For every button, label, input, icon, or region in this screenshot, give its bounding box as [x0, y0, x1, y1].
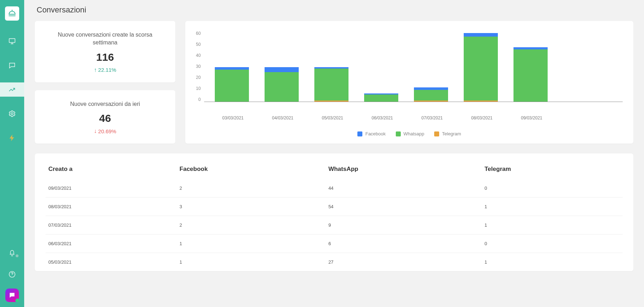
table-header: WhatsApp [325, 161, 481, 179]
legend-label: Whatsapp [404, 131, 425, 136]
table-row: 05/03/20211271 [46, 253, 623, 271]
sidebar-item-conversations[interactable] [0, 58, 24, 72]
metric-title: Nuove conversazioni da ieri [52, 100, 159, 108]
page-title: Conversazioni [37, 5, 633, 15]
table-cell: 08/03/2021 [46, 198, 177, 216]
bar-segment [464, 37, 498, 101]
x-tick: 04/03/2021 [266, 115, 300, 120]
bar-segment [513, 49, 548, 102]
y-tick: 0 [198, 97, 201, 102]
bar-segment [414, 87, 448, 90]
table-cell: 1 [482, 253, 623, 271]
x-tick: 03/03/2021 [216, 115, 250, 120]
x-tick: 09/03/2021 [515, 115, 549, 120]
gear-icon [8, 110, 16, 118]
app-logo [5, 6, 19, 21]
chart-plot [204, 31, 623, 102]
bar-segment [314, 101, 348, 102]
bell-service-icon [7, 9, 17, 18]
chat-icon [8, 61, 16, 69]
bar-segment [414, 101, 448, 102]
bar-group [265, 67, 299, 102]
table-cell: 1 [177, 253, 326, 271]
monitor-icon [8, 37, 16, 45]
bar-segment [215, 70, 249, 102]
bar-segment [215, 67, 249, 70]
table-cell: 0 [482, 235, 623, 253]
metric-title: Nuove conversazioni create la scorsa set… [52, 31, 159, 47]
table-cell: 1 [482, 216, 623, 235]
bar-group [314, 67, 348, 102]
table-cell: 2 [177, 179, 326, 198]
x-tick: 08/03/2021 [465, 115, 499, 120]
metric-delta: ↓ 20.69% [94, 128, 116, 134]
table-cell: 3 [177, 198, 326, 216]
legend-item: Facebook [357, 131, 385, 136]
bolt-icon [8, 134, 16, 142]
data-table-card: Creato aFacebookWhatsAppTelegram 09/03/2… [35, 154, 633, 271]
legend-swatch [357, 131, 362, 136]
table-row: 07/03/2021291 [46, 216, 623, 235]
y-tick: 10 [196, 86, 201, 91]
y-tick: 50 [196, 42, 201, 47]
sidebar-item-notifications[interactable] [0, 246, 24, 260]
y-tick: 60 [196, 31, 201, 36]
y-tick: 40 [196, 53, 201, 58]
trend-up-icon [8, 86, 16, 93]
table-header: Facebook [177, 161, 326, 179]
arrow-up-icon: ↑ [94, 67, 97, 73]
sidebar-item-help[interactable] [0, 267, 24, 281]
bar-group [215, 67, 249, 102]
sidebar-item-dashboard[interactable] [0, 34, 24, 48]
table-row: 08/03/20213541 [46, 198, 623, 216]
table-cell: 07/03/2021 [46, 216, 177, 235]
bar-group [513, 47, 548, 102]
table-cell: 1 [177, 235, 326, 253]
legend-swatch [434, 131, 439, 136]
user-avatar[interactable] [5, 289, 19, 302]
sidebar-item-analytics[interactable] [0, 82, 24, 97]
table-cell: 6 [325, 235, 481, 253]
table-row: 09/03/20212440 [46, 179, 623, 198]
table-header: Telegram [482, 161, 623, 179]
x-tick: 07/03/2021 [415, 115, 449, 120]
bar-segment [464, 101, 498, 102]
bar-group [364, 93, 398, 102]
presence-indicator [15, 298, 20, 303]
sidebar-item-automations[interactable] [0, 131, 24, 145]
bar-segment [464, 33, 498, 37]
table-cell: 54 [325, 198, 481, 216]
bar-group [464, 33, 498, 102]
table-cell: 27 [325, 253, 481, 271]
table-header: Creato a [46, 161, 177, 179]
bar-segment [265, 67, 299, 72]
chart-legend: FacebookWhatsappTelegram [196, 131, 623, 136]
bar-segment [513, 47, 548, 50]
svg-rect-0 [9, 39, 15, 43]
table-cell: 09/03/2021 [46, 179, 177, 198]
chat-bubble-icon [9, 292, 16, 299]
bar-segment [265, 72, 299, 102]
table-cell: 2 [177, 216, 326, 235]
chart-card: 6050403020100 03/03/202104/03/202105/03/… [185, 21, 633, 144]
table-cell: 0 [482, 179, 623, 198]
legend-label: Facebook [365, 131, 385, 136]
bar-segment [414, 90, 448, 101]
metric-card-yesterday: Nuove conversazioni da ieri 46 ↓ 20.69% [35, 90, 175, 144]
table-cell: 05/03/2021 [46, 253, 177, 271]
metric-delta: ↑ 22.11% [94, 67, 116, 73]
metric-card-last-week: Nuove conversazioni create la scorsa set… [35, 21, 175, 82]
bell-icon [8, 249, 16, 257]
bar-segment [364, 95, 398, 102]
legend-swatch [396, 131, 401, 136]
sidebar-item-settings[interactable] [0, 107, 24, 121]
help-icon [8, 270, 16, 278]
y-tick: 30 [196, 64, 201, 69]
data-table: Creato aFacebookWhatsAppTelegram 09/03/2… [46, 161, 623, 271]
y-tick: 20 [196, 75, 201, 80]
sidebar [0, 0, 24, 307]
table-row: 06/03/2021160 [46, 235, 623, 253]
table-cell: 44 [325, 179, 481, 198]
bar-group [414, 87, 448, 102]
table-cell: 1 [482, 198, 623, 216]
